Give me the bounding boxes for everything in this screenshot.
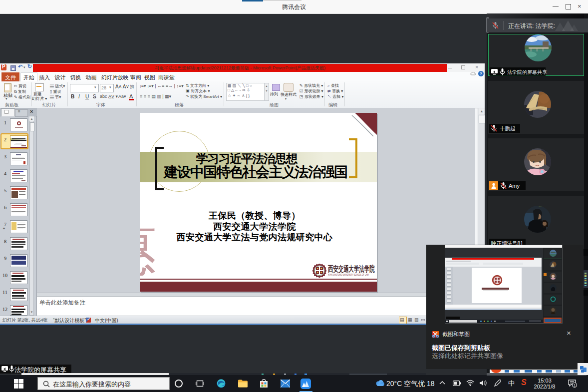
svg-text:1: 1 <box>574 384 576 387</box>
